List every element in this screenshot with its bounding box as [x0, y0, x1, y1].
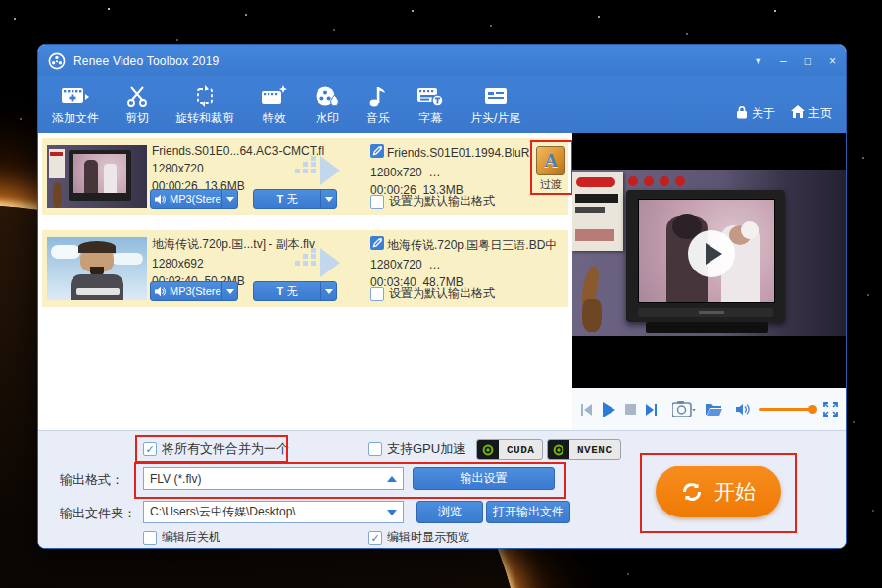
play-overlay-button[interactable] [688, 230, 735, 277]
merge-files-checkbox[interactable] [143, 442, 157, 456]
show-preview-label: 编辑时显示预览 [387, 529, 469, 546]
subtitle-select[interactable]: T 无 [253, 189, 337, 209]
statue-prop [580, 266, 604, 334]
watermark-icon [315, 83, 340, 107]
subtitle-t-icon: T [277, 193, 284, 205]
speaker-icon [151, 286, 166, 297]
toolbar-music[interactable]: 音乐 [367, 83, 390, 126]
nvidia-icon [477, 440, 499, 459]
collapse-icon[interactable]: ▼ [754, 57, 762, 66]
about-link[interactable]: 关于 [736, 105, 775, 122]
output-resolution: 1280x720 [370, 166, 422, 179]
source-resolution: 1280x720 [152, 162, 299, 175]
stop-button[interactable] [625, 404, 636, 415]
toolbar-subtitle[interactable]: 字幕 [416, 83, 444, 126]
about-label: 关于 [752, 105, 775, 122]
output-folder-value: C:\Users\云中传媒\Desktop\ [144, 504, 381, 520]
transition-button[interactable]: A 过渡 [536, 146, 565, 192]
output-format-select[interactable]: FLV (*.flv) [143, 467, 404, 490]
volume-slider-handle[interactable] [808, 405, 817, 414]
output-folder-label: 输出文件夹： [60, 505, 136, 522]
close-icon[interactable]: × [829, 55, 836, 67]
toolbar-add-file[interactable]: 添加文件 [52, 83, 99, 126]
home-icon [791, 105, 805, 121]
toolbar-label: 水印 [316, 110, 339, 126]
file-row-2[interactable]: 地海传说.720p.国...tv] - 副本.flv 1280x692 00:0… [42, 230, 568, 307]
toolbar-label: 音乐 [367, 110, 390, 126]
show-preview-checkbox[interactable] [368, 531, 382, 545]
audio-track-select[interactable]: MP3(Stereo 4 [150, 281, 238, 301]
subtitle-icon [416, 83, 444, 107]
music-icon [368, 83, 388, 107]
merge-files-label: 将所有文件合并为一个 [162, 440, 289, 458]
subtitle-t-icon: T [277, 285, 284, 297]
shutdown-after-label: 编辑后关机 [162, 529, 220, 546]
output-more-button[interactable]: … [428, 166, 440, 179]
poster-prop [572, 172, 623, 251]
gpu-accel-label: 支持GPU加速 [387, 440, 466, 458]
file-thumbnail [47, 145, 147, 208]
toolbar-intro-outro[interactable]: 片头/片尾 [470, 83, 520, 126]
audio-track-select[interactable]: MP3(Stereo 4 [150, 189, 238, 209]
file-row-1[interactable]: Friends.S01E0...64.AC3-CMCT.flv 1280x720… [42, 138, 568, 215]
default-format-checkbox[interactable] [370, 287, 384, 301]
nvenc-badge[interactable]: NVENC [547, 439, 621, 460]
toolbar-cut[interactable]: 剪切 [125, 83, 149, 126]
next-button[interactable] [645, 403, 658, 416]
default-format-label: 设置为默认输出格式 [389, 193, 495, 210]
output-panel: 将所有文件合并为一个 支持GPU加速 CUDA NVENC 输出格式： FLV … [38, 430, 846, 549]
convert-arrow-icon [295, 248, 340, 277]
maximize-icon[interactable]: □ [805, 55, 811, 67]
output-filename: 地海传说.720p.国粤日三语.BD中字[最 [387, 237, 556, 254]
app-window: Renee Video Toolbox 2019 ▼ – □ × 添加文件 剪切… [37, 44, 847, 549]
audio-track-value: MP3(Stereo 4 [166, 193, 221, 205]
subtitle-select[interactable]: T 无 [253, 281, 337, 301]
edit-output-icon[interactable] [370, 236, 384, 254]
output-more-button[interactable]: … [428, 258, 440, 271]
toolbar-label: 特效 [263, 110, 286, 126]
toolbar-label: 字幕 [418, 110, 442, 126]
output-settings-button[interactable]: 输出设置 [413, 467, 555, 490]
default-format-checkbox[interactable] [370, 195, 384, 209]
toolbar-label: 旋转和裁剪 [175, 110, 234, 126]
lock-icon [736, 105, 748, 122]
starfield [0, 0, 2, 2]
video-preview [572, 133, 846, 388]
intro-outro-icon [484, 83, 508, 107]
file-list: Friends.S01E0...64.AC3-CMCT.flv 1280x720… [38, 133, 572, 430]
snapshot-button[interactable] [672, 401, 696, 417]
previous-button[interactable] [580, 403, 593, 416]
play-button[interactable] [602, 402, 616, 417]
shutdown-after-checkbox[interactable] [143, 531, 157, 545]
cuda-badge[interactable]: CUDA [476, 439, 543, 460]
output-folder-select[interactable]: C:\Users\云中传媒\Desktop\ [143, 501, 404, 523]
toolbar-effects[interactable]: 特效 [261, 83, 288, 126]
effects-icon [261, 83, 288, 107]
app-logo-icon [48, 52, 66, 70]
nvenc-label: NVENC [569, 444, 620, 456]
poster-dots [628, 176, 685, 186]
open-folder-button[interactable] [705, 402, 723, 416]
toolbar-rotate-crop[interactable]: 旋转和裁剪 [175, 83, 234, 126]
tv-stand [646, 322, 768, 333]
volume-slider[interactable] [760, 408, 814, 411]
volume-icon[interactable] [736, 403, 751, 416]
browse-button[interactable]: 浏览 [416, 501, 483, 523]
toolbar-watermark[interactable]: 水印 [315, 83, 340, 126]
fullscreen-button[interactable] [823, 402, 838, 416]
play-icon [706, 243, 722, 265]
subtitle-value: 无 [286, 193, 297, 205]
transition-a-icon: A [536, 146, 565, 175]
speaker-icon [151, 194, 166, 205]
start-button[interactable]: 开始 [656, 466, 781, 517]
subtitle-value: 无 [286, 285, 297, 297]
audio-track-value: MP3(Stereo 4 [166, 285, 221, 297]
output-format-label: 输出格式： [60, 471, 123, 489]
home-link[interactable]: 主页 [791, 105, 832, 122]
gpu-accel-checkbox[interactable] [368, 442, 382, 456]
open-output-folder-button[interactable]: 打开输出文件 [486, 501, 570, 523]
edit-output-icon[interactable] [370, 144, 384, 162]
transition-label: 过渡 [536, 177, 565, 192]
minimize-icon[interactable]: – [780, 55, 787, 67]
output-filename: Friends.S01E01.1994.BluRay.720p [387, 146, 532, 160]
